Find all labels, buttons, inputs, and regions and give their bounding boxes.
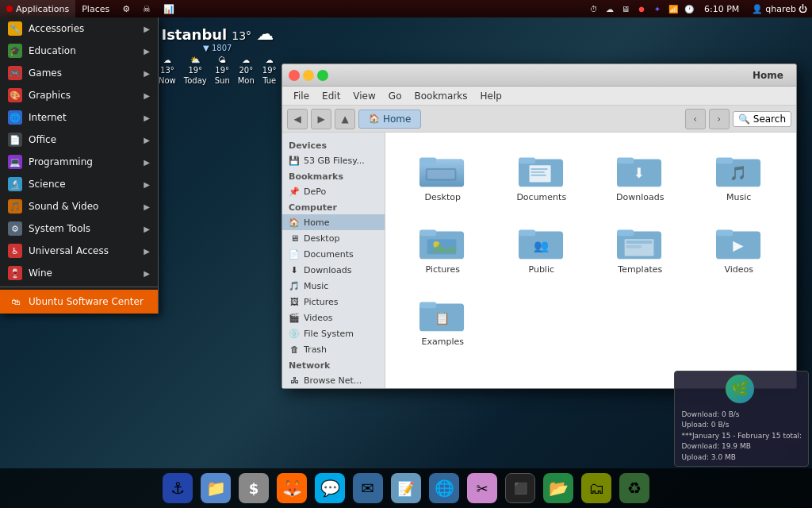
file-documents[interactable]: Documents [496,144,588,209]
nav-next-button[interactable]: › [709,109,730,129]
search-box[interactable]: 🔍 Search [733,111,791,127]
file-music[interactable]: 🎵 Music [694,144,785,209]
system-tools-icon: ⚙ [8,221,22,236]
signal-icon[interactable]: 📶 [666,2,680,16]
applications-menu: 🔧 Accessories ▶ 🎓 Education ▶ 🎮 Games ▶ … [0,17,159,314]
top-panel: Applications Places ⚙ ☠ 📊 ⏱ ☁ 🖥 ⏺ ✦ 📶 🕐 … [0,0,812,17]
nav-up-button[interactable]: ▲ [335,109,355,129]
menu-help[interactable]: Help [476,89,507,103]
weather-city: Istanbul [161,26,227,43]
battery-icon[interactable]: 🕐 [682,2,696,16]
dock-files2[interactable]: 📂 [541,471,576,506]
dock-skype[interactable]: 💬 [312,471,347,506]
dock-scissors[interactable]: ✂ [465,471,500,506]
menu-file[interactable]: File [289,89,314,103]
file-public[interactable]: 👥 Public [496,217,588,281]
places-menu-button[interactable]: Places [75,0,116,17]
record-icon[interactable]: ⏺ [634,2,649,16]
sidebar-music[interactable]: 🎵 Music [282,278,385,294]
public-label: Public [528,264,554,275]
net-download: Download: 0 B/s [681,410,802,421]
file-videos[interactable]: ▶ Videos [694,217,785,281]
nav-forward-button[interactable]: ▶ [311,109,331,129]
education-label: Education [29,45,144,56]
sidebar-device-filesystem[interactable]: 💾 53 GB Filesy... [282,152,385,168]
panel-icon-3[interactable]: 📊 [157,0,181,17]
menu-item-science[interactable]: 🔬 Science ▶ [0,173,158,195]
menu-bookmarks[interactable]: Bookmarks [409,89,472,103]
file-templates[interactable]: Templates [595,217,686,281]
svg-rect-8 [530,168,547,170]
sidebar-trash[interactable]: 🗑 Trash [282,341,385,357]
menu-item-programming[interactable]: 💻 Programming ▶ [0,151,158,173]
scissors-icon: ✂ [467,473,497,503]
svg-text:👥: 👥 [533,238,549,253]
sidebar-bookmark-depo[interactable]: 📌 DePo [282,183,385,199]
menu-item-accessories[interactable]: 🔧 Accessories ▶ [0,17,158,40]
dock-anchor[interactable]: ⚓ [160,471,195,506]
sidebar-downloads-label: Downloads [304,265,351,275]
menu-item-wine[interactable]: 🍷 Wine ▶ [0,262,158,284]
sound-video-arrow: ▶ [144,202,150,211]
menu-item-universal-access[interactable]: ♿ Universal Access ▶ [0,240,158,262]
music-label: Music [726,192,751,202]
nav-back-button[interactable]: ◀ [287,109,308,129]
menu-item-education[interactable]: 🎓 Education ▶ [0,40,158,62]
graphics-label: Graphics [29,90,144,101]
applications-menu-button[interactable]: Applications [0,0,75,17]
desktop: Applications Places ⚙ ☠ 📊 ⏱ ☁ 🖥 ⏺ ✦ 📶 🕐 … [0,0,812,508]
desktop-sidebar-icon: 🖥 [289,233,300,244]
bluetooth-icon[interactable]: ✦ [650,2,665,16]
ubuntu-software-center-button[interactable]: 🛍 Ubuntu Software Center [0,290,158,314]
cloud-icon[interactable]: ☁ [603,2,617,16]
dock-terminal[interactable]: ⬛ [503,471,538,506]
forecast-sun: 🌤19°Sun [215,56,230,85]
clock[interactable]: 6:10 PM [698,4,745,14]
sidebar-videos[interactable]: 🎬 Videos [282,310,385,325]
sidebar-documents[interactable]: 📄 Documents [282,246,385,262]
sidebar-downloads[interactable]: ⬇ Downloads [282,262,385,278]
sidebar-videos-label: Videos [304,313,333,323]
home-tab[interactable]: 🏠 Home [358,110,421,129]
dock-trash[interactable]: ♻ [617,471,652,506]
sound-video-label: Sound & Video [29,201,144,212]
dock-firefox[interactable]: 🦊 [274,471,309,506]
sidebar-music-label: Music [304,281,328,291]
dock-notes[interactable]: 📝 [389,471,423,506]
nav-prev-button[interactable]: ‹ [685,109,706,129]
dock-filemanager[interactable]: 🗂 [579,471,614,506]
menu-edit[interactable]: Edit [317,89,345,103]
menu-item-internet[interactable]: 🌐 Internet ▶ [0,106,158,129]
menu-item-system-tools[interactable]: ⚙ System Tools ▶ [0,217,158,240]
panel-icon-1[interactable]: ⚙ [116,0,136,17]
menu-item-games[interactable]: 🎮 Games ▶ [0,62,158,84]
file-desktop[interactable]: Desktop [397,144,488,209]
dock-thunderbird[interactable]: ✉ [350,471,385,506]
sidebar-browse-network[interactable]: 🖧 Browse Net... [282,372,385,388]
file-pictures[interactable]: Pictures [397,217,488,281]
menu-view[interactable]: View [348,89,380,103]
dock-browser[interactable]: 🌐 [427,471,462,506]
sidebar-pictures[interactable]: 🖼 Pictures [282,294,385,310]
window-minimize-button[interactable] [303,70,314,81]
window-maximize-button[interactable] [317,70,328,81]
window-close-button[interactable] [289,70,300,81]
graphics-icon: 🎨 [8,88,22,102]
menu-item-graphics[interactable]: 🎨 Graphics ▶ [0,84,158,106]
sidebar-desktop[interactable]: 🖥 Desktop [282,230,385,246]
display-icon[interactable]: 🖥 [619,2,633,16]
graph-icon: 📊 [163,4,174,14]
panel-icon-2[interactable]: ☠ [136,0,157,17]
history-icon[interactable]: ⏱ [587,2,601,16]
menu-item-sound-video[interactable]: 🎵 Sound & Video ▶ [0,195,158,217]
user-menu[interactable]: 👤 qhareb ⏻ [747,4,812,14]
dock-dollar[interactable]: $ [236,471,271,506]
sidebar-home[interactable]: 🏠 Home [282,214,385,230]
menu-go[interactable]: Go [384,89,407,103]
file-examples[interactable]: 📋 Examples [397,289,488,353]
programming-icon: 💻 [8,155,22,169]
file-downloads[interactable]: ⬇ Downloads [595,144,686,209]
menu-item-office[interactable]: 📄 Office ▶ [0,129,158,151]
dock-files[interactable]: 📁 [198,471,233,506]
sidebar-filesystem[interactable]: 💿 File System [282,325,385,341]
